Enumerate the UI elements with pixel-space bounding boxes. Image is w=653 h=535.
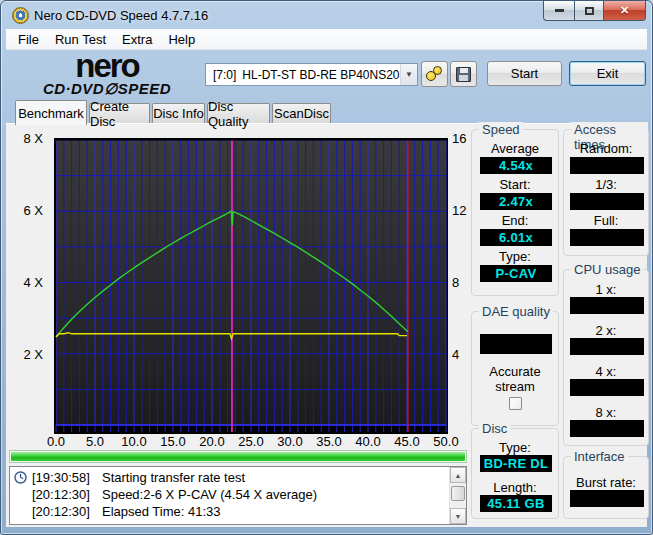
log-message: Elapsed Time: 41:33 — [102, 504, 221, 519]
x-axis-label: 30.0 — [273, 434, 307, 449]
log-scrollbar[interactable]: ▲ ▼ — [449, 467, 466, 524]
speed-end-value: 6.01x — [480, 229, 552, 246]
cpu-2x-label: 2 x: — [564, 323, 648, 338]
tab-scandisc[interactable]: ScanDisc — [272, 103, 331, 123]
access_times-13-label: 1/3: — [564, 177, 648, 192]
log-timestamp: [19:30:58] — [32, 470, 90, 485]
start-button[interactable]: Start — [487, 61, 562, 86]
y-axis-label: 4 X — [9, 275, 43, 290]
accurate-stream-label2: stream — [472, 379, 558, 394]
gears-icon — [426, 66, 444, 82]
interface-burstrate-label: Burst rate: — [564, 475, 648, 490]
title-bar: Nero CD-DVD Speed 4.7.7.16 ✕ — [1, 1, 652, 29]
speed-end-label: End: — [472, 213, 558, 228]
disc-group-title: Disc — [479, 421, 510, 436]
x-axis-label: 45.0 — [390, 434, 424, 449]
menu-item-file[interactable]: File — [10, 30, 47, 49]
cpu-usage-group: CPU usage 1 x:2 x:4 x:8 x: — [563, 269, 649, 446]
tab-benchmark[interactable]: Benchmark — [15, 100, 87, 125]
benchmark-plot — [54, 138, 448, 434]
drive-selector[interactable]: [7:0] HL-DT-ST BD-RE BP40NS20 ML01 ▼ — [205, 63, 418, 86]
disc-group: Disc Type:BD-RE DLLength:45.11 GB — [471, 428, 559, 519]
minimize-icon — [555, 9, 564, 12]
tab-strip: BenchmarkCreate DiscDisc InfoDisc Qualit… — [1, 100, 652, 124]
speed-start-value: 2.47x — [480, 193, 552, 210]
nero-logo-subtitle: CD·DVD∅SPEED — [17, 80, 197, 98]
menu-item-extra[interactable]: Extra — [114, 30, 160, 49]
chevron-down-icon[interactable]: ▼ — [400, 64, 417, 85]
close-icon: ✕ — [620, 4, 629, 17]
dae-quality-value — [480, 334, 552, 354]
cpu-4x-label: 4 x: — [564, 364, 648, 379]
speed-type-label: Type: — [472, 249, 558, 264]
exit-button[interactable]: Exit — [569, 61, 646, 86]
speed-group-title: Speed — [479, 122, 523, 137]
cpu-4x-value — [570, 379, 644, 396]
interface-burstrate-value — [570, 490, 644, 507]
tab-disc-quality[interactable]: Disc Quality — [207, 103, 270, 123]
cpu-1x-label: 1 x: — [564, 282, 648, 297]
access-times-group: Access times Random:1/3:Full: — [563, 129, 649, 256]
disc-type-value: BD-RE DL — [480, 455, 552, 472]
access_times-random-value — [570, 157, 644, 174]
x-axis-label: 5.0 — [78, 434, 112, 449]
log-message: Speed:2-6 X P-CAV (4.54 X average) — [102, 487, 317, 502]
close-button[interactable]: ✕ — [603, 1, 646, 21]
save-button[interactable] — [450, 61, 477, 87]
cpu-2x-value — [570, 338, 644, 355]
scroll-down-icon[interactable]: ▼ — [450, 508, 466, 524]
access_times-13-value — [570, 193, 644, 210]
save-icon — [456, 67, 471, 82]
log-line: [20:12:30]Elapsed Time: 41:33 — [10, 503, 466, 520]
menu-item-help[interactable]: Help — [160, 30, 203, 49]
x-axis-label: 50.0 — [429, 434, 463, 449]
x-axis-label: 40.0 — [351, 434, 385, 449]
scrollbar-thumb[interactable] — [451, 486, 465, 501]
disc-type-label: Type: — [472, 440, 558, 455]
speed-average-value: 4.54x — [480, 157, 552, 174]
x-axis-label: 25.0 — [234, 434, 268, 449]
speed-group: Speed Average4.54xStart:2.47xEnd:6.01xTy… — [471, 129, 559, 296]
gears-button[interactable] — [421, 61, 448, 87]
access_times-random-label: Random: — [564, 141, 648, 156]
nero-logo-wordmark: nero — [17, 52, 197, 80]
x-axis-label: 20.0 — [195, 434, 229, 449]
cpu-8x-label: 8 x: — [564, 405, 648, 420]
maximize-icon — [585, 7, 594, 15]
x-axis-label: 0.0 — [39, 434, 73, 449]
app-window: Nero CD-DVD Speed 4.7.7.16 ✕ FileRun Tes… — [0, 0, 653, 535]
start-button-label: Start — [511, 66, 538, 81]
tab-disc-info[interactable]: Disc Info — [152, 103, 205, 123]
cpu-1x-value — [570, 297, 644, 314]
scroll-up-icon[interactable]: ▲ — [450, 467, 466, 483]
exit-button-label: Exit — [597, 66, 619, 81]
log-message: Starting transfer rate test — [102, 470, 245, 485]
log-line: [19:30:58]Starting transfer rate test — [10, 469, 466, 486]
dae-quality-group-title: DAE quality — [479, 304, 553, 319]
cpu-usage-group-title: CPU usage — [571, 262, 643, 277]
transfer-rate-chart — [54, 138, 448, 434]
log-timestamp: [20:12:30] — [32, 487, 90, 502]
log-panel[interactable]: [19:30:58]Starting transfer rate test[20… — [9, 466, 467, 525]
y-axis-label: 2 X — [9, 347, 43, 362]
nero-logo: nero CD·DVD∅SPEED — [17, 52, 197, 98]
window-title: Nero CD-DVD Speed 4.7.7.16 — [34, 8, 208, 23]
tab-create-disc[interactable]: Create Disc — [89, 103, 150, 123]
maximize-button[interactable] — [574, 1, 603, 21]
clock-icon — [14, 471, 27, 484]
x-axis-label: 10.0 — [117, 434, 151, 449]
accurate-stream-checkbox[interactable] — [509, 397, 522, 410]
interface-group: Interface Burst rate: — [563, 456, 649, 519]
interface-group-title: Interface — [571, 449, 628, 464]
y-axis-label: 6 X — [9, 203, 43, 218]
app-icon — [12, 7, 29, 24]
disc-length-label: Length: — [472, 480, 558, 495]
log-timestamp: [20:12:30] — [32, 504, 90, 519]
menu-item-run-test[interactable]: Run Test — [47, 30, 114, 49]
minimize-button[interactable] — [543, 1, 574, 21]
cpu-8x-value — [570, 420, 644, 437]
drive-bus-id: [7:0] — [206, 68, 242, 82]
access_times-full-value — [570, 229, 644, 246]
drive-model: HL-DT-ST BD-RE BP40NS20 ML01 — [242, 68, 400, 82]
access_times-full-label: Full: — [564, 213, 648, 228]
